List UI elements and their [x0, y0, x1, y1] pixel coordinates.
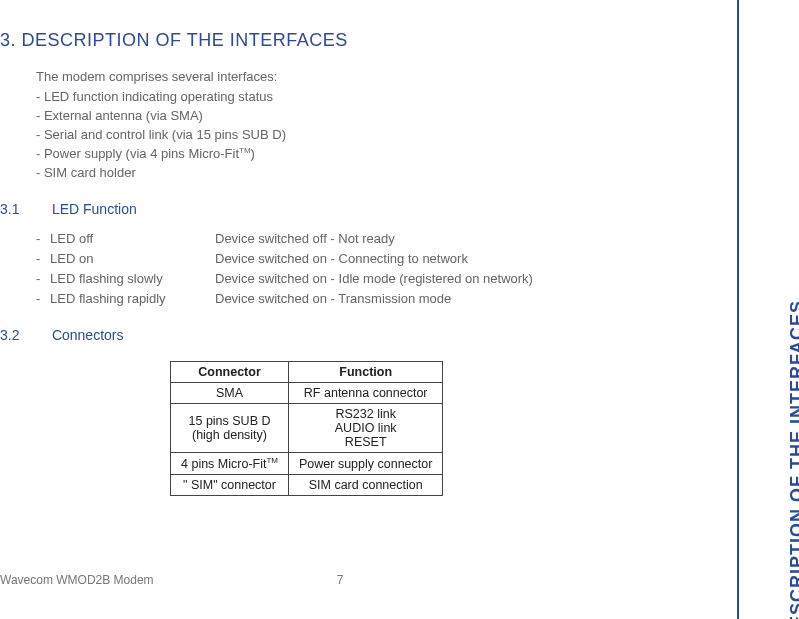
table-header: Function	[289, 362, 443, 383]
page-footer: Wavecom WMOD2B Modem 7	[0, 573, 680, 587]
footer-doc-title: Wavecom WMOD2B Modem	[0, 573, 154, 587]
led-state: LED flashing rapidly	[50, 289, 215, 309]
table-cell: " SIM" connector	[171, 475, 289, 496]
led-desc: Device switched on - Connecting to netwo…	[215, 249, 719, 269]
list-item: - LED flashing rapidly Device switched o…	[36, 289, 719, 309]
led-desc: Device switched on - Transmission mode	[215, 289, 719, 309]
subsection-title: Connectors	[52, 327, 124, 343]
section-heading: 3. DESCRIPTION OF THE INTERFACES	[0, 30, 719, 51]
dash: -	[36, 229, 50, 249]
subsection-number: 3.1	[0, 201, 48, 217]
led-desc: Device switched on - Idle mode (register…	[215, 269, 719, 289]
table-cell: 4 pins Micro-FitTM	[171, 453, 289, 475]
led-state: LED flashing slowly	[50, 269, 215, 289]
table-cell: RS232 linkAUDIO linkRESET	[289, 404, 443, 453]
page: DESCRIPTION OF THE INTERFACES 3. DESCRIP…	[0, 0, 799, 619]
list-item: LED function indicating operating status	[36, 88, 719, 107]
list-item: - LED on Device switched on - Connecting…	[36, 249, 719, 269]
list-item: External antenna (via SMA)	[36, 107, 719, 126]
led-state: LED on	[50, 249, 215, 269]
table-row: 15 pins SUB D(high density) RS232 linkAU…	[171, 404, 443, 453]
table-row: SMA RF antenna connector	[171, 383, 443, 404]
led-desc: Device switched off - Not ready	[215, 229, 719, 249]
list-item: - LED off Device switched off - Not read…	[36, 229, 719, 249]
subsection-number: 3.2	[0, 327, 48, 343]
table-cell: RF antenna connector	[289, 383, 443, 404]
intro-text: The modem comprises several interfaces:	[36, 69, 719, 84]
side-section-label: DESCRIPTION OF THE INTERFACES	[787, 300, 799, 619]
subsection-heading: 3.1 LED Function	[0, 201, 719, 217]
subsection-heading: 3.2 Connectors	[0, 327, 719, 343]
intro-bullets: LED function indicating operating status…	[36, 88, 719, 183]
table-header-row: Connector Function	[171, 362, 443, 383]
table-row: 4 pins Micro-FitTM Power supply connecto…	[171, 453, 443, 475]
list-item: Power supply (via 4 pins Micro-FitTM)	[36, 145, 719, 164]
table-cell: SMA	[171, 383, 289, 404]
subsection-title: LED Function	[52, 201, 137, 217]
dash: -	[36, 269, 50, 289]
table-cell: Power supply connector	[289, 453, 443, 475]
table-cell: 15 pins SUB D(high density)	[171, 404, 289, 453]
table-header: Connector	[171, 362, 289, 383]
connector-table: Connector Function SMA RF antenna connec…	[170, 361, 443, 496]
list-item: - LED flashing slowly Device switched on…	[36, 269, 719, 289]
led-list: - LED off Device switched off - Not read…	[36, 229, 719, 310]
table-cell: SIM card connection	[289, 475, 443, 496]
dash: -	[36, 289, 50, 309]
list-item: SIM card holder	[36, 164, 719, 183]
footer-page-number: 7	[337, 573, 344, 587]
dash: -	[36, 249, 50, 269]
list-item: Serial and control link (via 15 pins SUB…	[36, 126, 719, 145]
table-row: " SIM" connector SIM card connection	[171, 475, 443, 496]
led-state: LED off	[50, 229, 215, 249]
vertical-rule	[737, 0, 739, 619]
